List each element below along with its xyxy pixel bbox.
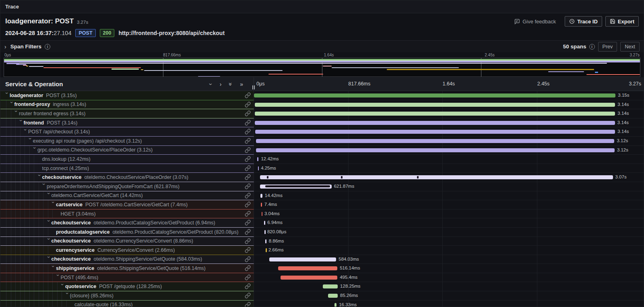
- span-bar[interactable]: [334, 303, 336, 307]
- info-icon[interactable]: i: [45, 44, 50, 50]
- span-row[interactable]: ›router frontend egress (3.14s)3.14s: [0, 109, 644, 118]
- span-link-icon[interactable]: [245, 138, 251, 145]
- span-bar[interactable]: [260, 175, 613, 179]
- span-row[interactable]: calculate-quote (16.33ms)16.33ms: [0, 301, 644, 307]
- trace-id-button[interactable]: Trace ID: [565, 16, 602, 27]
- span-row[interactable]: ›oteldemo.CartService/GetCart (14.42ms)1…: [0, 191, 644, 201]
- chevron-down-icon[interactable]: ›: [60, 284, 66, 289]
- span-bar[interactable]: [255, 103, 615, 107]
- span-bar[interactable]: [255, 112, 615, 116]
- span-row[interactable]: ›{closure} (85.26ms)85.26ms: [0, 291, 644, 301]
- chevron-right-icon[interactable]: ›: [4, 45, 6, 49]
- span-bar[interactable]: [269, 257, 336, 261]
- expand-one-icon[interactable]: ›: [220, 82, 222, 86]
- span-filters-toggle[interactable]: Span Filters: [10, 44, 41, 50]
- chevron-down-icon[interactable]: ›: [18, 120, 24, 125]
- span-link-icon[interactable]: [245, 292, 251, 300]
- span-link-icon[interactable]: [245, 302, 251, 307]
- span-link-icon[interactable]: [245, 120, 251, 127]
- span-bar[interactable]: [255, 130, 615, 134]
- span-row[interactable]: productcatalogserviceoteldemo.ProductCat…: [0, 228, 644, 237]
- span-link-icon[interactable]: [245, 165, 251, 173]
- span-row[interactable]: ›cartservicePOST /oteldemo.CartService/G…: [0, 200, 644, 210]
- span-link-icon[interactable]: [245, 247, 251, 255]
- span-link-icon[interactable]: [245, 147, 251, 155]
- chevron-down-icon[interactable]: ›: [50, 266, 56, 271]
- span-row[interactable]: ›checkoutserviceoteldemo.CurrencyService…: [0, 237, 644, 246]
- span-bar[interactable]: [323, 284, 338, 288]
- chevron-down-icon[interactable]: ›: [46, 238, 52, 243]
- span-link-icon[interactable]: [245, 256, 251, 264]
- span-link-icon[interactable]: [245, 156, 251, 164]
- minimap-canvas[interactable]: [4, 58, 640, 77]
- span-row[interactable]: ›executing api route (pages) /api/checko…: [0, 137, 644, 146]
- next-button[interactable]: Next: [620, 42, 640, 52]
- span-link-icon[interactable]: [245, 129, 251, 136]
- collapse-all-icon[interactable]: »: [229, 83, 233, 86]
- span-bar[interactable]: [254, 93, 615, 97]
- span-bar[interactable]: [258, 166, 259, 170]
- prev-button[interactable]: Prev: [598, 42, 617, 52]
- span-link-icon[interactable]: [245, 183, 251, 191]
- collapse-one-icon[interactable]: ›: [209, 83, 213, 85]
- span-link-icon[interactable]: [245, 211, 251, 218]
- span-bar[interactable]: [260, 194, 262, 198]
- span-row[interactable]: ›prepareOrderItemsAndShippingQuoteFromCa…: [0, 182, 644, 191]
- span-bar[interactable]: [265, 239, 266, 243]
- give-feedback-button[interactable]: Give feedback: [514, 19, 556, 25]
- chevron-down-icon[interactable]: ›: [50, 201, 56, 207]
- span-bar[interactable]: [278, 266, 337, 270]
- chevron-down-icon[interactable]: ›: [46, 193, 52, 198]
- span-link-icon[interactable]: [245, 110, 251, 118]
- span-row[interactable]: currencyserviceCurrencyService/Convert (…: [0, 246, 644, 255]
- span-bar[interactable]: [328, 294, 338, 298]
- span-row[interactable]: tcp.connect (4.25ms)4.25ms: [0, 164, 644, 173]
- span-row[interactable]: ›POST (495.4ms)495.4ms: [0, 273, 644, 282]
- span-row[interactable]: ›loadgeneratorPOST (3.15s)3.15s: [0, 91, 644, 100]
- chevron-down-icon[interactable]: ›: [46, 256, 52, 261]
- span-row[interactable]: ›grpc.oteldemo.CheckoutService/PlaceOrde…: [0, 146, 644, 155]
- span-link-icon[interactable]: [245, 274, 251, 282]
- chevron-down-icon[interactable]: ›: [27, 138, 33, 143]
- span-row[interactable]: ›checkoutserviceoteldemo.ShippingService…: [0, 255, 644, 264]
- span-bar[interactable]: [264, 221, 265, 225]
- span-bar[interactable]: [266, 248, 267, 252]
- span-row[interactable]: ›shippingserviceoteldemo.ShippingService…: [0, 264, 644, 273]
- span-row[interactable]: ›checkoutserviceoteldemo.CheckoutService…: [0, 173, 644, 182]
- chevron-down-icon[interactable]: ›: [55, 274, 61, 280]
- span-link-icon[interactable]: [245, 283, 251, 291]
- chevron-down-icon[interactable]: ›: [32, 147, 38, 152]
- chevron-down-icon[interactable]: ›: [13, 110, 19, 116]
- span-link-icon[interactable]: [245, 220, 251, 227]
- span-link-icon[interactable]: [245, 229, 251, 236]
- chevron-down-icon[interactable]: ›: [9, 102, 15, 107]
- span-bar[interactable]: [264, 230, 266, 234]
- span-link-icon[interactable]: [245, 201, 251, 209]
- export-button[interactable]: Export: [605, 16, 639, 27]
- span-bar[interactable]: [261, 203, 262, 207]
- chevron-down-icon[interactable]: ›: [4, 92, 10, 97]
- chevron-down-icon[interactable]: ›: [64, 292, 70, 298]
- span-bar[interactable]: [256, 139, 615, 143]
- info-icon[interactable]: i: [589, 44, 595, 50]
- span-row[interactable]: ›checkoutserviceoteldemo.ProductCatalogS…: [0, 218, 644, 228]
- expand-all-icon[interactable]: »: [240, 82, 243, 86]
- span-row[interactable]: ›quoteservicePOST /getquote (128.25ms)12…: [0, 282, 644, 291]
- chevron-down-icon[interactable]: ›: [46, 220, 52, 225]
- span-row[interactable]: ›POST /api/checkout (3.14s)3.14s: [0, 127, 644, 137]
- span-link-icon[interactable]: [245, 174, 251, 182]
- chevron-down-icon[interactable]: ›: [23, 129, 29, 134]
- span-row[interactable]: HGET (3.04ms)3.04ms: [0, 210, 644, 219]
- span-row[interactable]: ›frontendPOST (3.14s)3.14s: [0, 118, 644, 128]
- span-bar[interactable]: [257, 157, 259, 161]
- span-link-icon[interactable]: [245, 102, 251, 109]
- span-bar[interactable]: [255, 121, 615, 125]
- span-link-icon[interactable]: [245, 92, 251, 100]
- span-row[interactable]: ›frontend-proxyingress (3.14s)3.14s: [0, 100, 644, 110]
- span-link-icon[interactable]: [245, 265, 251, 273]
- span-bar[interactable]: [281, 276, 337, 280]
- span-row[interactable]: dns.lookup (12.42ms)12.42ms: [0, 155, 644, 164]
- span-bar[interactable]: [256, 148, 615, 152]
- chevron-down-icon[interactable]: ›: [37, 174, 43, 180]
- chevron-down-icon[interactable]: ›: [41, 183, 47, 189]
